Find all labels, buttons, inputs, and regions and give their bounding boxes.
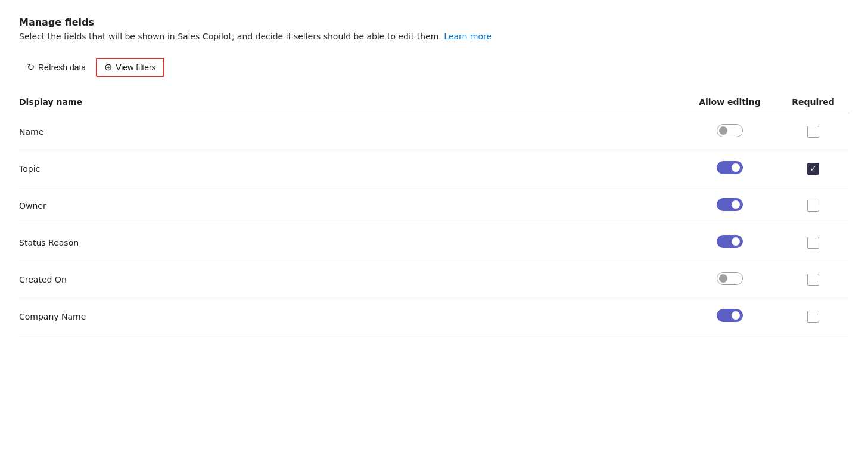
field-name: Topic [19,150,682,187]
required-checkbox-cell [777,113,849,150]
field-name: Created On [19,261,682,298]
required-checkbox[interactable] [807,200,819,212]
required-checkbox-cell [777,298,849,335]
refresh-data-button[interactable]: ↻ Refresh data [19,58,94,76]
allow-editing-toggle-cell [682,261,777,298]
learn-more-link[interactable]: Learn more [444,32,491,41]
required-checkbox-cell [777,187,849,224]
allow-editing-toggle-cell [682,150,777,187]
table-row: Name [19,113,849,150]
allow-editing-toggle[interactable] [717,124,743,137]
required-checkbox-cell [777,150,849,187]
toolbar: ↻ Refresh data ⊕ View filters [19,58,849,77]
allow-editing-toggle-cell [682,298,777,335]
required-checkbox[interactable] [807,311,819,323]
allow-editing-toggle-cell [682,113,777,150]
field-name: Owner [19,187,682,224]
field-name: Name [19,113,682,150]
allow-editing-toggle[interactable] [717,272,743,285]
required-checkbox[interactable] [807,237,819,249]
allow-editing-toggle[interactable] [717,198,743,211]
filter-icon: ⊕ [104,63,112,72]
field-name: Company Name [19,298,682,335]
page-subtitle: Select the fields that will be shown in … [19,32,849,41]
required-checkbox[interactable] [807,274,819,286]
table-row: Owner [19,187,849,224]
allow-editing-toggle[interactable] [717,161,743,174]
required-checkbox[interactable] [807,126,819,138]
table-row: Company Name [19,298,849,335]
allow-editing-toggle[interactable] [717,235,743,248]
col-header-required: Required [777,91,849,113]
required-checkbox-cell [777,261,849,298]
table-row: Created On [19,261,849,298]
page-title: Manage fields [19,17,849,28]
table-row: Status Reason [19,224,849,261]
field-name: Status Reason [19,224,682,261]
allow-editing-toggle-cell [682,224,777,261]
required-checkbox[interactable] [807,163,819,175]
required-checkbox-cell [777,224,849,261]
refresh-icon: ↻ [27,63,35,72]
table-row: Topic [19,150,849,187]
view-filters-button[interactable]: ⊕ View filters [96,58,164,77]
allow-editing-toggle-cell [682,187,777,224]
col-header-display-name: Display name [19,91,682,113]
col-header-allow-editing: Allow editing [682,91,777,113]
allow-editing-toggle[interactable] [717,309,743,322]
fields-table: Display name Allow editing Required Name… [19,91,849,335]
